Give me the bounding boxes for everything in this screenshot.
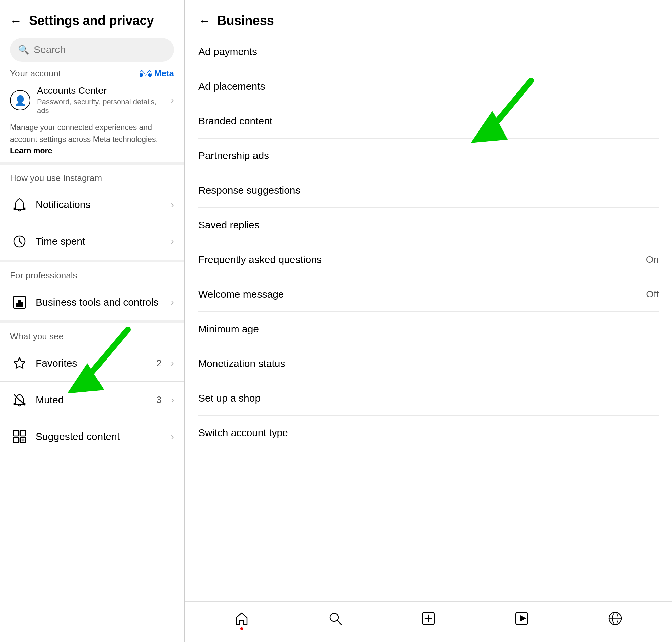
muted-chevron: ›: [171, 395, 174, 405]
add-nav-icon: [421, 611, 436, 626]
search-icon: 🔍: [18, 45, 29, 55]
home-notification-dot: [240, 627, 243, 630]
accounts-center-chevron: ›: [171, 95, 174, 106]
business-tools-chevron: ›: [171, 297, 174, 308]
thick-divider-1: [0, 162, 184, 165]
suggested-content-icon: [10, 427, 29, 446]
muted-badge: 3: [156, 395, 162, 405]
business-item-saved-replies[interactable]: Saved replies: [185, 208, 672, 242]
business-item-partnership-ads[interactable]: Partnership ads: [185, 139, 672, 173]
bottom-nav-add[interactable]: [416, 608, 440, 629]
how-you-use-label: How you use Instagram: [0, 165, 184, 187]
chart-icon: [10, 293, 29, 312]
search-input[interactable]: [34, 44, 166, 55]
what-you-see-label: What you see: [0, 323, 184, 345]
left-header: ← Settings and privacy: [0, 0, 184, 35]
muted-label: Muted: [36, 394, 150, 406]
sidebar-item-suggested-content[interactable]: Suggested content ›: [0, 418, 184, 455]
svg-rect-4: [21, 301, 23, 307]
bottom-nav-reels[interactable]: [510, 608, 533, 629]
sidebar-item-muted[interactable]: Muted 3 ›: [0, 382, 184, 418]
favorites-chevron: ›: [171, 358, 174, 369]
left-panel-title: Settings and privacy: [29, 13, 154, 28]
clock-icon: [10, 232, 29, 251]
for-professionals-label: For professionals: [0, 262, 184, 284]
business-item-ad-payments[interactable]: Ad payments: [185, 35, 672, 69]
accounts-center-text: Accounts Center Password, security, pers…: [37, 86, 164, 115]
star-icon: [10, 354, 29, 373]
suggested-content-chevron: ›: [171, 431, 174, 442]
learn-more-link[interactable]: Learn more: [10, 146, 52, 155]
sidebar-item-notifications[interactable]: Notifications ›: [0, 187, 184, 223]
time-spent-label: Time spent: [36, 236, 164, 247]
your-account-label: Your account: [10, 68, 61, 79]
notifications-chevron: ›: [171, 200, 174, 210]
business-item-switch-account-type[interactable]: Switch account type: [185, 416, 672, 450]
suggested-content-label: Suggested content: [36, 431, 164, 442]
search-nav-icon: [328, 611, 343, 626]
favorites-badge: 2: [156, 358, 162, 369]
sidebar-item-time-spent[interactable]: Time spent ›: [0, 223, 184, 260]
business-item-minimum-age[interactable]: Minimum age: [185, 312, 672, 346]
meta-icon: [140, 70, 152, 77]
bottom-nav-search[interactable]: [323, 608, 347, 629]
thick-divider-2: [0, 260, 184, 262]
favorites-label: Favorites: [36, 358, 150, 369]
person-icon: 👤: [14, 95, 26, 106]
meta-logo: Meta: [140, 68, 174, 79]
business-item-ad-placements[interactable]: Ad placements: [185, 69, 672, 104]
accounts-center-name: Accounts Center: [37, 86, 164, 96]
bottom-nav-home[interactable]: [230, 608, 254, 629]
home-icon: [234, 611, 249, 626]
accounts-center-sub: Password, security, personal details, ad…: [37, 98, 164, 115]
bottom-navigation: [185, 601, 672, 642]
business-item-branded-content[interactable]: Branded content: [185, 104, 672, 138]
search-bar[interactable]: 🔍: [10, 38, 174, 62]
your-account-row: Your account Meta: [0, 68, 184, 79]
time-spent-chevron: ›: [171, 236, 174, 247]
reels-nav-icon: [514, 611, 529, 626]
svg-rect-6: [13, 431, 19, 436]
bottom-nav-profile[interactable]: [604, 608, 627, 629]
right-panel-title: Business: [217, 13, 274, 28]
left-panel: ← Settings and privacy 🔍 Your account Me…: [0, 0, 185, 642]
right-panel: ← Business Ad payments Ad placements Bra…: [185, 0, 672, 642]
business-tools-label: Business tools and controls: [36, 297, 164, 308]
svg-rect-3: [18, 300, 21, 307]
business-item-welcome-message[interactable]: Welcome message Off: [185, 277, 672, 311]
svg-rect-2: [16, 303, 18, 307]
business-item-response-suggestions[interactable]: Response suggestions: [185, 173, 672, 207]
svg-line-11: [337, 620, 341, 625]
right-back-button[interactable]: ←: [198, 14, 210, 28]
bell-icon: [10, 195, 29, 214]
right-header: ← Business: [185, 0, 672, 35]
svg-marker-16: [520, 615, 527, 622]
left-back-button[interactable]: ←: [10, 14, 22, 28]
svg-rect-7: [20, 431, 26, 436]
muted-icon: [10, 390, 29, 409]
sidebar-item-favorites[interactable]: Favorites 2 ›: [0, 345, 184, 381]
accounts-center-icon: 👤: [10, 90, 30, 110]
business-menu-list: Ad payments Ad placements Branded conten…: [185, 35, 672, 601]
meta-description: Manage your connected experiences and ac…: [0, 122, 184, 162]
profile-nav-icon: [608, 611, 623, 626]
accounts-center-item[interactable]: 👤 Accounts Center Password, security, pe…: [0, 79, 184, 122]
notifications-label: Notifications: [36, 199, 164, 210]
thick-divider-3: [0, 321, 184, 323]
business-item-set-up-shop[interactable]: Set up a shop: [185, 381, 672, 415]
svg-rect-8: [13, 437, 19, 442]
business-item-monetization-status[interactable]: Monetization status: [185, 346, 672, 381]
meta-text: Meta: [154, 68, 174, 79]
sidebar-item-business-tools[interactable]: Business tools and controls ›: [0, 284, 184, 321]
business-item-faq[interactable]: Frequently asked questions On: [185, 243, 672, 277]
